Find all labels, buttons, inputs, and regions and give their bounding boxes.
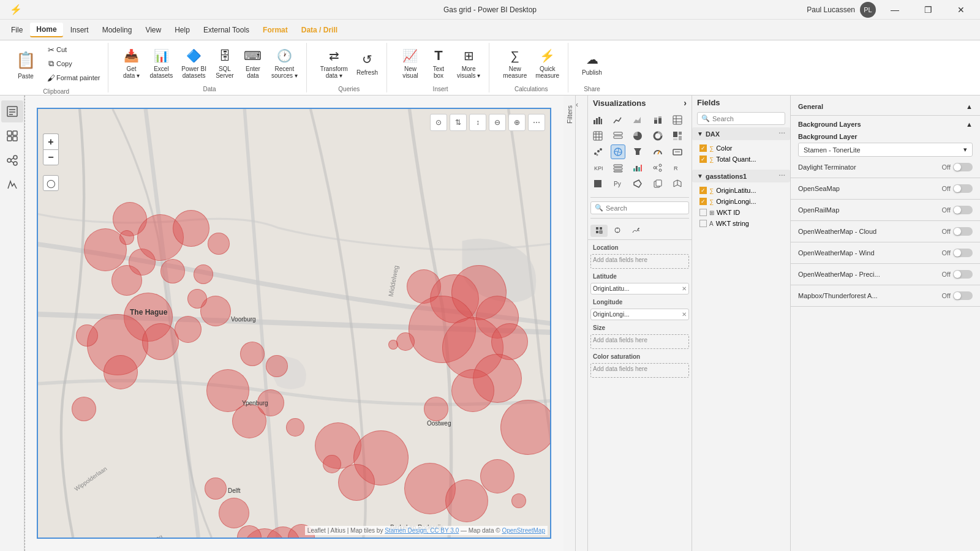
- viz-treemap[interactable]: [670, 129, 685, 143]
- recent-sources-button[interactable]: 🕐 Recentsources ▾: [268, 43, 301, 81]
- mapbox-toggle[interactable]: Off: [942, 291, 973, 300]
- text-box-button[interactable]: T Textbox: [425, 43, 452, 81]
- menu-format[interactable]: Format: [257, 23, 294, 37]
- filters-tab[interactable]: Filters: [564, 96, 576, 551]
- close-button[interactable]: ✕: [947, 0, 975, 20]
- field-total-quant[interactable]: ✓ ∑ Total Quant...: [697, 154, 785, 165]
- viz-expand-button[interactable]: ›: [684, 98, 687, 108]
- viz-map2[interactable]: [670, 176, 685, 191]
- open-sea-map-toggle[interactable]: Off: [942, 184, 973, 193]
- viz-funnel[interactable]: [630, 144, 645, 159]
- select-shape-button[interactable]: ◯: [43, 175, 59, 191]
- paste-button[interactable]: 📋 Paste: [10, 46, 42, 82]
- mapbox-toggle-switch[interactable]: [953, 291, 973, 300]
- viz-search-input[interactable]: [606, 204, 685, 212]
- total-quant-checkbox[interactable]: ✓: [699, 156, 707, 163]
- refresh-button[interactable]: ↺ Refresh: [353, 47, 382, 78]
- size-field-drop[interactable]: Add data fields here: [590, 334, 689, 349]
- map-canvas[interactable]: Middelweg Wippolderlaan Woudseweg The Ha…: [37, 108, 551, 539]
- owm-preci-toggle[interactable]: Off: [942, 270, 973, 279]
- transform-button[interactable]: ⇄ Transformdata ▾: [317, 43, 352, 81]
- map-toolbar-expand[interactable]: ⊕: [508, 114, 526, 131]
- gasstations-section-header[interactable]: ▼ gasstations1 ⋯: [692, 170, 790, 182]
- location-field-drop[interactable]: Add data fields here: [590, 254, 689, 269]
- restore-button[interactable]: ❐: [914, 0, 942, 20]
- viz-matrix[interactable]: [590, 129, 605, 143]
- field-origin-lon[interactable]: ✓ ∑ OriginLongi...: [697, 196, 785, 207]
- origin-lat-checkbox[interactable]: ✓: [699, 187, 707, 194]
- sql-server-button[interactable]: 🗄 SQLServer: [211, 43, 238, 81]
- viz-table-chart[interactable]: [670, 113, 685, 127]
- menu-view[interactable]: View: [139, 23, 167, 37]
- viz-donut-chart[interactable]: [650, 129, 665, 143]
- field-origin-lat[interactable]: ✓ ∑ OriginLatitu...: [697, 185, 785, 196]
- viz-tab-format[interactable]: [609, 225, 626, 237]
- new-visual-button[interactable]: 📈 Newvisual: [397, 43, 424, 81]
- open-rail-toggle-switch[interactable]: [953, 206, 973, 214]
- get-data-button[interactable]: 📥 Getdata ▾: [118, 43, 145, 81]
- sidebar-item-report[interactable]: [1, 100, 23, 122]
- zoom-in-button[interactable]: +: [43, 133, 59, 149]
- field-color[interactable]: ✓ ∑ Color: [697, 143, 785, 154]
- open-rail-map-toggle[interactable]: Off: [942, 206, 973, 214]
- dax-section-header[interactable]: ▼ DAX ⋯: [692, 127, 790, 140]
- osm-link[interactable]: OpenStreetMap: [502, 527, 545, 534]
- fields-search-box[interactable]: 🔍: [697, 112, 785, 125]
- daylight-terminator-toggle[interactable]: Off: [942, 163, 973, 171]
- viz-decomp-tree[interactable]: [650, 160, 665, 175]
- owm-preci-toggle-switch[interactable]: [953, 270, 973, 279]
- publish-button[interactable]: ☁ Publish: [578, 47, 606, 78]
- viz-smart-narrative[interactable]: [630, 176, 645, 191]
- map-toolbar-settings[interactable]: ⊙: [430, 114, 447, 131]
- viz-python[interactable]: Py: [611, 176, 625, 191]
- menu-home[interactable]: Home: [30, 23, 62, 37]
- background-layers-header[interactable]: Background Layers ▲: [791, 118, 980, 130]
- menu-insert[interactable]: Insert: [64, 23, 95, 37]
- owm-cloud-toggle[interactable]: Off: [942, 227, 973, 236]
- viz-line-chart[interactable]: [611, 113, 625, 127]
- sidebar-item-model[interactable]: [1, 149, 23, 171]
- viz-slicer[interactable]: [611, 160, 625, 175]
- viz-search-box[interactable]: 🔍: [590, 201, 689, 214]
- enter-data-button[interactable]: ⌨ Enterdata: [239, 43, 266, 81]
- wkt-id-checkbox[interactable]: [699, 209, 707, 216]
- excel-button[interactable]: 📊 Exceldatasets: [146, 43, 177, 81]
- zoom-out-button[interactable]: −: [43, 149, 59, 165]
- powerbi-datasets-button[interactable]: 🔷 Power BIdatasets: [178, 43, 210, 81]
- owm-wind-toggle[interactable]: Off: [942, 249, 973, 257]
- color-checkbox[interactable]: ✓: [699, 144, 707, 152]
- owm-cloud-toggle-switch[interactable]: [953, 227, 973, 236]
- format-painter-button[interactable]: 🖌 Format painter: [43, 71, 103, 84]
- collapse-panel-button[interactable]: ‹: [576, 96, 588, 551]
- map-toolbar-filter3[interactable]: ⊖: [489, 114, 506, 131]
- stamen-link[interactable]: Stamen Design, CC BY 3.0: [385, 527, 459, 534]
- longitude-remove-icon[interactable]: ✕: [682, 311, 687, 318]
- cut-button[interactable]: ✂ Cut: [43, 43, 103, 56]
- origin-lon-checkbox[interactable]: ✓: [699, 198, 707, 205]
- general-section-header[interactable]: General ▲: [791, 100, 980, 113]
- color-field-drop[interactable]: Add data fields here: [590, 363, 689, 378]
- viz-gauge[interactable]: [650, 144, 665, 159]
- latitude-field-item[interactable]: OriginLatitu... ✕: [590, 283, 689, 294]
- map-toolbar-more[interactable]: ⋯: [528, 114, 545, 131]
- owm-wind-toggle-switch[interactable]: [953, 249, 973, 257]
- viz-tab-analytics[interactable]: [627, 225, 644, 237]
- latitude-remove-icon[interactable]: ✕: [682, 285, 687, 292]
- new-measure-button[interactable]: ∑ Newmeasure: [499, 43, 530, 81]
- menu-file[interactable]: File: [5, 23, 29, 37]
- viz-stacked-bar[interactable]: [650, 113, 665, 127]
- viz-card[interactable]: [670, 144, 685, 159]
- open-sea-toggle-switch[interactable]: [953, 184, 973, 193]
- menu-modeling[interactable]: Modeling: [96, 23, 138, 37]
- menu-data-drill[interactable]: Data / Drill: [295, 23, 344, 37]
- viz-scatter[interactable]: [590, 144, 605, 159]
- sidebar-item-data[interactable]: [1, 125, 23, 147]
- viz-map-selected[interactable]: [611, 144, 625, 159]
- fields-search-input[interactable]: [712, 115, 781, 122]
- viz-ai-insights[interactable]: R: [670, 160, 685, 175]
- wkt-string-checkbox[interactable]: [699, 220, 707, 227]
- viz-multi-row-card[interactable]: [611, 129, 625, 143]
- viz-kpi[interactable]: KPI: [590, 160, 605, 175]
- copy-button[interactable]: ⧉ Copy: [43, 57, 103, 70]
- viz-area-chart[interactable]: [630, 113, 645, 127]
